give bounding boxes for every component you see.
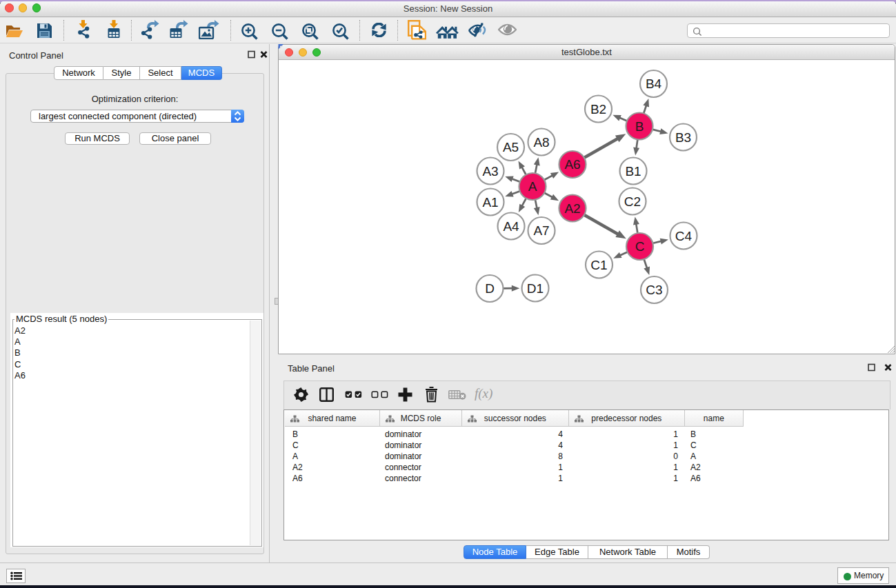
svg-text:B1: B1 xyxy=(625,164,641,179)
svg-text:B3: B3 xyxy=(675,130,691,145)
svg-text:C2: C2 xyxy=(624,194,641,209)
svg-text:C4: C4 xyxy=(675,229,693,243)
svg-text:C: C xyxy=(635,239,645,254)
svg-text:A6: A6 xyxy=(564,157,580,172)
svg-text:D1: D1 xyxy=(527,281,544,296)
svg-text:B: B xyxy=(635,119,644,134)
svg-text:C3: C3 xyxy=(646,283,662,297)
svg-text:B2: B2 xyxy=(590,102,606,116)
svg-text:A2: A2 xyxy=(564,201,580,216)
svg-text:A: A xyxy=(528,179,537,194)
svg-text:D: D xyxy=(485,281,495,296)
svg-text:A1: A1 xyxy=(482,195,498,210)
svg-text:A4: A4 xyxy=(503,219,519,234)
svg-text:C1: C1 xyxy=(590,258,607,272)
svg-text:A3: A3 xyxy=(482,164,498,179)
svg-text:A8: A8 xyxy=(533,135,549,150)
svg-text:A7: A7 xyxy=(533,223,549,238)
svg-text:B4: B4 xyxy=(646,77,662,91)
svg-text:A5: A5 xyxy=(503,140,519,154)
